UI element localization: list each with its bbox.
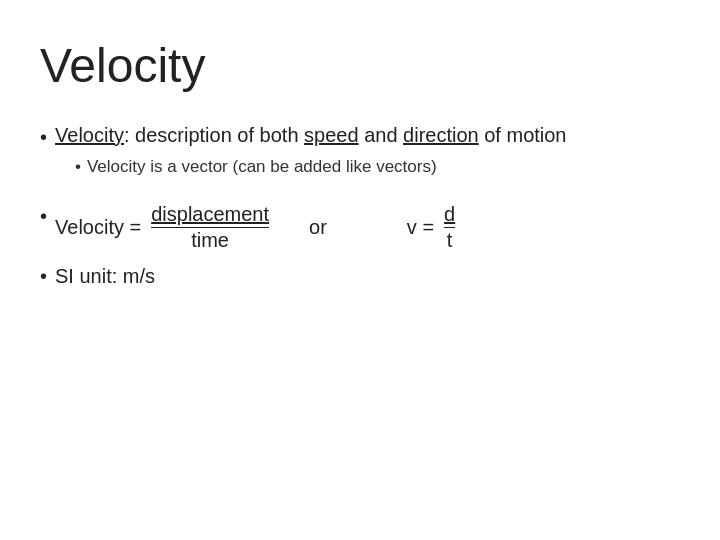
bullet1-text1: description of both (130, 124, 305, 146)
fraction-displacement-time: displacement time (151, 203, 269, 252)
speed-label: speed (304, 124, 359, 146)
bullet-marker-2: • (40, 205, 47, 228)
time-denominator: time (191, 228, 229, 252)
d-numerator: d (444, 203, 455, 228)
bullet-1: • Velocity: description of both speed an… (40, 121, 680, 179)
formula-right: v = d t (407, 203, 459, 252)
displacement-numerator: displacement (151, 203, 269, 228)
sub-bullet-1-text: Velocity is a vector (can be added like … (87, 155, 437, 179)
t-denominator: t (447, 228, 453, 252)
bullet1-text2: and (359, 124, 403, 146)
v-equals: v = (407, 216, 434, 239)
formula-left: Velocity = displacement time or (55, 203, 327, 252)
bullet-marker-3: • (40, 262, 47, 290)
bullet-2: • Velocity = displacement time or v = d … (40, 203, 680, 252)
slide: Velocity • Velocity: description of both… (0, 0, 720, 540)
fraction-d-t: d t (444, 203, 455, 252)
sub-bullet-1: • Velocity is a vector (can be added lik… (75, 155, 680, 179)
bullet-3: • SI unit: m/s (40, 262, 680, 290)
formula-block: Velocity = displacement time or v = d t (55, 203, 459, 252)
bullet-marker-1: • (40, 123, 47, 151)
slide-title: Velocity (40, 40, 680, 93)
formula-content: Velocity = displacement time or v = d t (55, 203, 459, 252)
velocity-equals: Velocity = (55, 216, 141, 239)
sub-bullet-marker-1: • (75, 155, 81, 179)
direction-label: direction (403, 124, 479, 146)
si-unit-text: SI unit: m/s (55, 262, 155, 290)
velocity-label: Velocity (55, 124, 124, 146)
or-text: or (309, 216, 327, 239)
bullet-1-content: Velocity: description of both speed and … (55, 121, 680, 179)
bullet1-text3: of motion (479, 124, 567, 146)
